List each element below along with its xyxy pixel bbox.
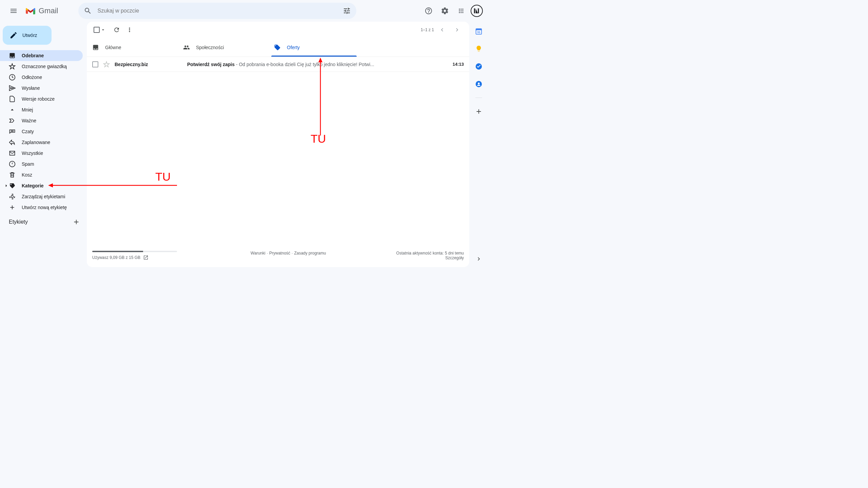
pencil-icon: [9, 31, 18, 39]
avatar-icon: [472, 6, 481, 15]
sidebar-item-important[interactable]: Ważne: [0, 115, 83, 126]
trash-icon: [9, 171, 16, 178]
storage-text: Używasz 9,09 GB z 15 GB: [92, 255, 140, 260]
category-tabs: Główne Społeczności Oferty: [87, 38, 469, 57]
apps-button[interactable]: [454, 4, 468, 18]
activity-info: Ostatnia aktywność konta: 5 dni temu Szc…: [396, 251, 464, 260]
sidebar-item-label: Mniej: [22, 107, 33, 113]
chevron-right-icon: [454, 26, 460, 33]
search-input[interactable]: [95, 8, 340, 14]
mail-icon: [9, 150, 16, 157]
sidebar-item-less[interactable]: Mniej: [0, 104, 83, 115]
toolbar: 1–1 z 1: [87, 22, 469, 38]
sidebar-item-label: Ważne: [22, 118, 36, 123]
search-bar[interactable]: [78, 3, 356, 19]
body-container: Utwórz Odebrane Oznaczone gwiazdką Odłoż…: [0, 22, 488, 267]
svg-text:31: 31: [477, 30, 480, 34]
sidebar-item-label: Odebrane: [22, 53, 44, 58]
sidebar-item-label: Wszystkie: [22, 150, 43, 156]
tasks-app-button[interactable]: [475, 62, 483, 70]
settings-button[interactable]: [438, 4, 452, 18]
next-page-button[interactable]: [450, 23, 464, 37]
sidebar-item-sent[interactable]: Wysłane: [0, 83, 83, 94]
sidebar-item-snoozed[interactable]: Odłożone: [0, 72, 83, 83]
search-icon: [84, 7, 92, 15]
sidebar-item-categories[interactable]: Kategorie: [0, 180, 83, 191]
compose-label: Utwórz: [22, 33, 37, 38]
email-checkbox[interactable]: [92, 61, 98, 67]
sidebar-item-inbox[interactable]: Odebrane: [0, 50, 83, 61]
file-icon: [9, 96, 16, 102]
svg-rect-1: [476, 29, 482, 30]
important-icon: [9, 117, 16, 124]
scheduled-icon: [9, 139, 16, 146]
help-icon: [425, 7, 433, 15]
select-all[interactable]: [92, 25, 107, 34]
tab-social[interactable]: Społeczności: [178, 38, 269, 57]
sidebar-item-new-label[interactable]: Utwórz nową etykietę: [0, 202, 83, 213]
clock-icon: [9, 74, 16, 81]
labels-section-header: Etykiety: [0, 213, 87, 228]
header-actions: [422, 4, 483, 18]
sidebar-item-label: Oznaczone gwiazdką: [22, 64, 67, 69]
gmail-logo[interactable]: Gmail: [25, 6, 58, 15]
gmail-logo-text: Gmail: [39, 6, 58, 15]
account-avatar[interactable]: [471, 5, 483, 17]
sidebar-item-label: Utwórz nową etykietę: [22, 205, 67, 210]
more-button[interactable]: [126, 26, 133, 33]
collapse-panel-button[interactable]: [475, 255, 483, 263]
sidebar-item-allmail[interactable]: Wszystkie: [0, 148, 83, 159]
sidebar-item-spam[interactable]: Spam: [0, 159, 83, 169]
email-row[interactable]: Bezpieczny.biz Potwierdź swój zapis - Od…: [87, 57, 469, 72]
sidebar-item-label: Spam: [22, 161, 34, 167]
chevron-left-icon: [439, 26, 446, 33]
tab-label: Główne: [105, 45, 121, 50]
sidebar-item-manage-labels[interactable]: Zarządzaj etykietami: [0, 191, 83, 202]
main-menu-button[interactable]: [5, 3, 22, 19]
tab-primary[interactable]: Główne: [87, 38, 178, 57]
sidebar-item-scheduled[interactable]: Zaplanowane: [0, 137, 83, 148]
storage-bar: [92, 251, 177, 252]
support-button[interactable]: [422, 4, 435, 18]
sidebar-item-starred[interactable]: Oznaczone gwiazdką: [0, 61, 83, 72]
contacts-icon: [475, 80, 482, 88]
more-vert-icon: [126, 26, 133, 33]
email-star-button[interactable]: [103, 61, 110, 68]
tag-icon: [274, 44, 281, 51]
tune-icon: [343, 7, 351, 15]
add-app-button[interactable]: [475, 107, 483, 116]
details-link[interactable]: Szczegóły: [396, 256, 464, 260]
privacy-link[interactable]: Prywatność: [269, 251, 290, 256]
plus-icon: [9, 204, 16, 211]
policies-link[interactable]: Zasady programu: [294, 251, 326, 256]
search-options-button[interactable]: [340, 4, 354, 18]
terms-link[interactable]: Warunki: [251, 251, 265, 256]
prev-page-button[interactable]: [435, 23, 449, 37]
gmail-logo-icon: [25, 7, 36, 15]
sidebar-item-label: Wersje robocze: [22, 96, 55, 102]
sidebar-item-label: Kosz: [22, 172, 32, 178]
calendar-app-button[interactable]: 31: [475, 27, 483, 35]
sidebar-item-label: Zarządzaj etykietami: [22, 194, 65, 199]
sidebar-item-trash[interactable]: Kosz: [0, 169, 83, 180]
categories-icon: [5, 182, 16, 189]
search-button[interactable]: [81, 4, 95, 18]
keep-app-button[interactable]: [475, 45, 483, 53]
search-container: [78, 3, 356, 19]
email-subject: Potwierdź swój zapis - Od pobrania e-boo…: [187, 62, 448, 67]
star-icon: [9, 63, 16, 70]
contacts-app-button[interactable]: [475, 80, 483, 88]
main-panel: 1–1 z 1 Główne Społeczności Oferty Bezpi: [87, 22, 469, 267]
chevron-right-icon: [475, 256, 482, 262]
sidebar-item-chats[interactable]: Czaty: [0, 126, 83, 137]
people-icon: [183, 44, 190, 51]
sidebar-item-label: Kategorie: [22, 183, 44, 188]
external-link-icon[interactable]: [143, 255, 149, 260]
sidebar-item-drafts[interactable]: Wersje robocze: [0, 94, 83, 104]
tab-promotions[interactable]: Oferty: [269, 38, 359, 57]
chevron-up-icon: [9, 106, 16, 113]
refresh-button[interactable]: [113, 26, 120, 33]
compose-button[interactable]: Utwórz: [3, 26, 52, 45]
add-label-button[interactable]: [73, 218, 80, 226]
labels-title: Etykiety: [9, 219, 28, 225]
